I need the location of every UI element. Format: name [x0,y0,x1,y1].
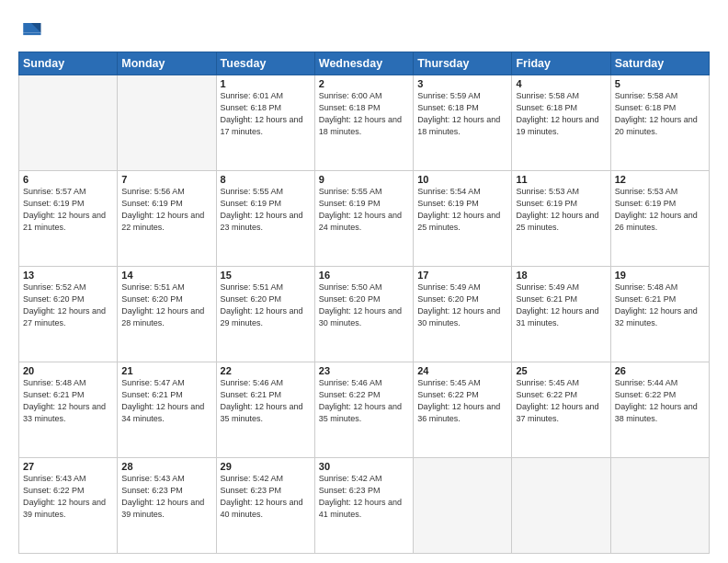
day-info: Sunrise: 5:46 AM Sunset: 6:22 PM Dayligh… [319,377,409,425]
day-number: 6 [23,174,113,185]
day-info: Sunrise: 5:42 AM Sunset: 6:23 PM Dayligh… [221,473,311,521]
day-number: 7 [121,174,211,185]
table-row: 8Sunrise: 5:55 AM Sunset: 6:19 PM Daylig… [216,171,314,267]
day-number: 20 [23,365,113,376]
day-info: Sunrise: 5:51 AM Sunset: 6:20 PM Dayligh… [221,282,311,329]
page-header [18,17,710,42]
table-row: 12Sunrise: 5:53 AM Sunset: 6:19 PM Dayli… [610,171,709,267]
day-number: 28 [121,461,211,472]
day-info: Sunrise: 5:53 AM Sunset: 6:19 PM Dayligh… [516,186,606,234]
day-info: Sunrise: 5:48 AM Sunset: 6:21 PM Dayligh… [23,377,113,425]
day-number: 26 [615,365,705,376]
day-info: Sunrise: 6:01 AM Sunset: 6:18 PM Dayligh… [221,90,311,138]
col-friday: Friday [512,52,610,75]
day-info: Sunrise: 5:50 AM Sunset: 6:20 PM Dayligh… [319,282,409,329]
table-row: 16Sunrise: 5:50 AM Sunset: 6:20 PM Dayli… [314,267,413,362]
table-row [610,458,709,554]
calendar-header-row: Sunday Monday Tuesday Wednesday Thursday… [19,52,710,75]
day-number: 3 [417,78,507,89]
table-row: 29Sunrise: 5:42 AM Sunset: 6:23 PM Dayli… [216,458,314,554]
table-row: 7Sunrise: 5:56 AM Sunset: 6:19 PM Daylig… [118,171,216,267]
table-row: 22Sunrise: 5:46 AM Sunset: 6:21 PM Dayli… [216,362,314,458]
day-info: Sunrise: 5:56 AM Sunset: 6:19 PM Dayligh… [121,186,211,234]
day-number: 13 [23,270,113,281]
table-row: 10Sunrise: 5:54 AM Sunset: 6:19 PM Dayli… [414,171,512,267]
day-number: 1 [221,78,311,89]
col-tuesday: Tuesday [216,52,314,75]
calendar-week-row: 1Sunrise: 6:01 AM Sunset: 6:18 PM Daylig… [19,75,710,171]
day-number: 12 [615,174,705,185]
day-number: 17 [417,270,507,281]
table-row: 5Sunrise: 5:58 AM Sunset: 6:18 PM Daylig… [610,75,709,171]
day-info: Sunrise: 5:47 AM Sunset: 6:21 PM Dayligh… [121,377,211,425]
day-number: 15 [221,270,311,281]
day-info: Sunrise: 5:49 AM Sunset: 6:20 PM Dayligh… [417,282,507,329]
table-row [414,458,512,554]
day-info: Sunrise: 5:59 AM Sunset: 6:18 PM Dayligh… [417,90,507,138]
day-number: 18 [516,270,606,281]
calendar-week-row: 13Sunrise: 5:52 AM Sunset: 6:20 PM Dayli… [19,267,710,362]
day-info: Sunrise: 5:51 AM Sunset: 6:20 PM Dayligh… [121,282,211,329]
col-monday: Monday [118,52,216,75]
day-info: Sunrise: 5:49 AM Sunset: 6:21 PM Dayligh… [516,282,606,329]
day-info: Sunrise: 5:52 AM Sunset: 6:20 PM Dayligh… [23,282,113,329]
col-sunday: Sunday [19,52,118,75]
table-row: 1Sunrise: 6:01 AM Sunset: 6:18 PM Daylig… [216,75,314,171]
table-row: 20Sunrise: 5:48 AM Sunset: 6:21 PM Dayli… [19,362,118,458]
day-number: 24 [417,365,507,376]
day-info: Sunrise: 5:55 AM Sunset: 6:19 PM Dayligh… [221,186,311,234]
day-number: 11 [516,174,606,185]
table-row: 17Sunrise: 5:49 AM Sunset: 6:20 PM Dayli… [414,267,512,362]
day-number: 30 [319,461,409,472]
day-info: Sunrise: 5:42 AM Sunset: 6:23 PM Dayligh… [319,473,409,521]
table-row: 11Sunrise: 5:53 AM Sunset: 6:19 PM Dayli… [512,171,610,267]
day-info: Sunrise: 5:57 AM Sunset: 6:19 PM Dayligh… [23,186,113,234]
table-row: 19Sunrise: 5:48 AM Sunset: 6:21 PM Dayli… [610,267,709,362]
day-number: 29 [221,461,311,472]
day-number: 8 [221,174,311,185]
table-row: 24Sunrise: 5:45 AM Sunset: 6:22 PM Dayli… [414,362,512,458]
table-row: 2Sunrise: 6:00 AM Sunset: 6:18 PM Daylig… [314,75,413,171]
logo-icon [18,17,44,42]
table-row: 9Sunrise: 5:55 AM Sunset: 6:19 PM Daylig… [314,171,413,267]
table-row: 14Sunrise: 5:51 AM Sunset: 6:20 PM Dayli… [118,267,216,362]
table-row: 15Sunrise: 5:51 AM Sunset: 6:20 PM Dayli… [216,267,314,362]
table-row: 6Sunrise: 5:57 AM Sunset: 6:19 PM Daylig… [19,171,118,267]
table-row [118,75,216,171]
day-info: Sunrise: 5:45 AM Sunset: 6:22 PM Dayligh… [516,377,606,425]
table-row [19,75,118,171]
table-row: 26Sunrise: 5:44 AM Sunset: 6:22 PM Dayli… [610,362,709,458]
day-info: Sunrise: 5:44 AM Sunset: 6:22 PM Dayligh… [615,377,705,425]
day-info: Sunrise: 6:00 AM Sunset: 6:18 PM Dayligh… [319,90,409,138]
table-row: 13Sunrise: 5:52 AM Sunset: 6:20 PM Dayli… [19,267,118,362]
day-number: 10 [417,174,507,185]
table-row: 28Sunrise: 5:43 AM Sunset: 6:23 PM Dayli… [118,458,216,554]
svg-rect-2 [23,33,40,36]
day-number: 14 [121,270,211,281]
day-number: 19 [615,270,705,281]
day-info: Sunrise: 5:45 AM Sunset: 6:22 PM Dayligh… [417,377,507,425]
day-info: Sunrise: 5:55 AM Sunset: 6:19 PM Dayligh… [319,186,409,234]
table-row: 23Sunrise: 5:46 AM Sunset: 6:22 PM Dayli… [314,362,413,458]
day-number: 22 [221,365,311,376]
logo [18,17,48,42]
day-info: Sunrise: 5:43 AM Sunset: 6:22 PM Dayligh… [23,473,113,521]
table-row: 18Sunrise: 5:49 AM Sunset: 6:21 PM Dayli… [512,267,610,362]
day-number: 27 [23,461,113,472]
table-row: 30Sunrise: 5:42 AM Sunset: 6:23 PM Dayli… [314,458,413,554]
day-number: 21 [121,365,211,376]
day-info: Sunrise: 5:58 AM Sunset: 6:18 PM Dayligh… [516,90,606,138]
day-number: 23 [319,365,409,376]
day-info: Sunrise: 5:58 AM Sunset: 6:18 PM Dayligh… [615,90,705,138]
calendar-week-row: 27Sunrise: 5:43 AM Sunset: 6:22 PM Dayli… [19,458,710,554]
col-thursday: Thursday [414,52,512,75]
day-number: 25 [516,365,606,376]
day-number: 4 [516,78,606,89]
table-row: 25Sunrise: 5:45 AM Sunset: 6:22 PM Dayli… [512,362,610,458]
day-info: Sunrise: 5:48 AM Sunset: 6:21 PM Dayligh… [615,282,705,329]
day-number: 5 [615,78,705,89]
day-info: Sunrise: 5:43 AM Sunset: 6:23 PM Dayligh… [121,473,211,521]
day-number: 16 [319,270,409,281]
calendar-table: Sunday Monday Tuesday Wednesday Thursday… [18,52,710,554]
table-row: 27Sunrise: 5:43 AM Sunset: 6:22 PM Dayli… [19,458,118,554]
